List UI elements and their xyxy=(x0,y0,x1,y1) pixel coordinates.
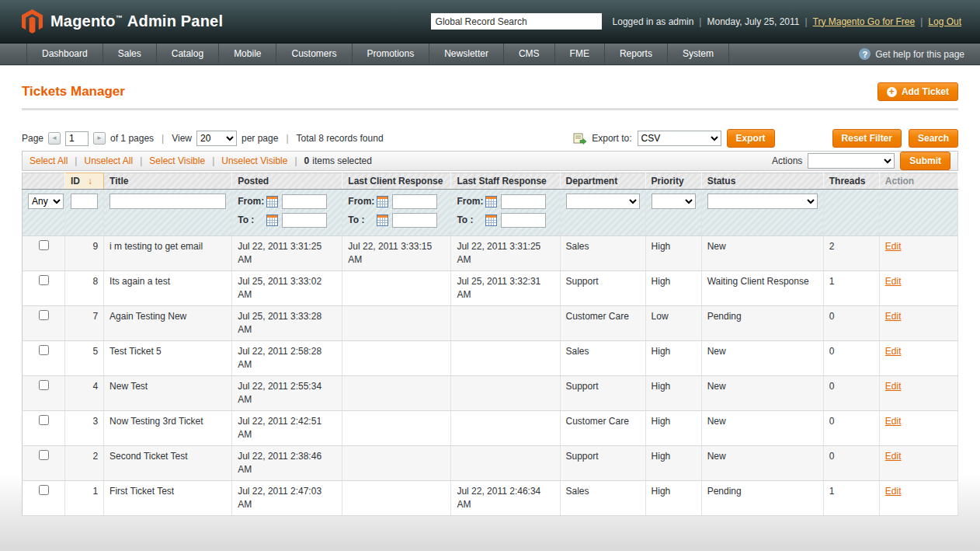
unselect-visible-link[interactable]: Unselect Visible xyxy=(221,155,287,166)
select-visible-link[interactable]: Select Visible xyxy=(149,155,205,166)
export-format-select[interactable]: CSV xyxy=(638,131,721,146)
nav-item-dashboard[interactable]: Dashboard xyxy=(26,44,103,65)
filter-status-select[interactable] xyxy=(707,194,818,209)
column-header-action: Action xyxy=(879,173,957,190)
edit-link[interactable]: Edit xyxy=(885,416,902,427)
cell-id: 4 xyxy=(65,376,104,411)
edit-link[interactable]: Edit xyxy=(885,311,902,322)
nav-item-reports[interactable]: Reports xyxy=(605,44,668,65)
filter-id-input[interactable] xyxy=(71,194,98,209)
total-pages-text: of 1 pages xyxy=(110,133,154,144)
column-header-last-staff-response[interactable]: Last Staff Response xyxy=(451,173,560,190)
column-header-checkbox xyxy=(23,173,65,190)
nav-item-customers[interactable]: Customers xyxy=(276,44,352,65)
cell-last-client: Jul 22, 2011 3:33:15 AM xyxy=(342,236,451,271)
nav-item-newsletter[interactable]: Newsletter xyxy=(429,44,504,65)
cell-posted: Jul 22, 2011 2:55:34 AM xyxy=(232,376,342,411)
cell-id: 7 xyxy=(65,306,104,341)
add-ticket-button[interactable]: + Add Ticket xyxy=(877,82,958,101)
filter-department-select[interactable] xyxy=(566,194,640,209)
cell-last-staff xyxy=(451,446,560,481)
column-header-last-client-response[interactable]: Last Client Response xyxy=(342,173,451,190)
column-header-threads[interactable]: Threads xyxy=(823,173,879,190)
filter-priority-select[interactable] xyxy=(652,194,696,209)
calendar-icon[interactable] xyxy=(377,214,388,226)
cell-action: Edit xyxy=(879,341,957,376)
column-header-status[interactable]: Status xyxy=(701,173,823,190)
page-number-input[interactable] xyxy=(65,131,89,146)
column-header-department[interactable]: Department xyxy=(560,173,645,190)
edit-link[interactable]: Edit xyxy=(885,346,902,357)
nav-item-mobile[interactable]: Mobile xyxy=(219,44,276,65)
column-header-posted[interactable]: Posted xyxy=(232,173,342,190)
filter-buttons: Reset Filter Search xyxy=(832,129,958,148)
cell-status: New xyxy=(701,446,823,481)
row-checkbox[interactable] xyxy=(39,380,49,390)
tickets-table: ID↓TitlePostedLast Client ResponseLast S… xyxy=(22,173,958,516)
search-button[interactable]: Search xyxy=(909,129,958,148)
edit-link[interactable]: Edit xyxy=(885,451,902,462)
edit-link[interactable]: Edit xyxy=(885,241,902,252)
column-header-id[interactable]: ID↓ xyxy=(65,173,104,190)
filter-lastclient-to-input[interactable] xyxy=(392,213,437,228)
nav-item-fme[interactable]: FME xyxy=(555,44,605,65)
nav-item-system[interactable]: System xyxy=(668,44,729,65)
filter-laststaff-from-input[interactable] xyxy=(501,194,546,209)
next-page-button[interactable]: ► xyxy=(93,132,106,145)
export-button[interactable]: Export xyxy=(727,129,775,148)
actions-select[interactable] xyxy=(808,153,895,169)
sort-desc-arrow-icon: ↓ xyxy=(88,176,92,187)
calendar-icon[interactable] xyxy=(266,196,278,207)
filter-any-select[interactable]: Any xyxy=(28,194,64,209)
edit-link[interactable]: Edit xyxy=(885,276,902,287)
nav-item-sales[interactable]: Sales xyxy=(103,44,157,65)
edit-link[interactable]: Edit xyxy=(885,381,902,392)
reset-filter-button[interactable]: Reset Filter xyxy=(832,129,902,148)
filter-posted-to-input[interactable] xyxy=(282,213,327,228)
calendar-icon[interactable] xyxy=(266,214,278,226)
row-checkbox[interactable] xyxy=(39,485,49,495)
try-magento-go-link[interactable]: Try Magento Go for Free xyxy=(813,16,916,27)
main-nav: DashboardSalesCatalogMobileCustomersProm… xyxy=(0,44,980,65)
select-all-link[interactable]: Select All xyxy=(30,155,68,166)
filter-posted-from-input[interactable] xyxy=(282,194,327,209)
filter-title-input[interactable] xyxy=(109,194,226,209)
logout-link[interactable]: Log Out xyxy=(928,16,961,27)
table-row: 5Test Ticket 5Jul 22, 2011 2:58:28 AMSal… xyxy=(23,341,958,376)
cell-status: Pending xyxy=(701,481,823,516)
get-help-link[interactable]: ? Get help for this page xyxy=(859,44,964,65)
per-page-select[interactable]: 20 xyxy=(196,131,237,146)
row-checkbox[interactable] xyxy=(39,345,49,355)
row-checkbox[interactable] xyxy=(39,310,49,320)
submit-button[interactable]: Submit xyxy=(900,152,950,170)
calendar-icon[interactable] xyxy=(485,196,497,207)
prev-page-button[interactable]: ◄ xyxy=(48,132,61,145)
actions-label: Actions xyxy=(772,155,802,166)
filter-lastclient-from-input[interactable] xyxy=(392,194,437,209)
nav-item-catalog[interactable]: Catalog xyxy=(157,44,219,65)
cell-priority: High xyxy=(645,481,701,516)
calendar-icon[interactable] xyxy=(485,214,497,226)
cell-status: New xyxy=(701,236,823,271)
row-checkbox[interactable] xyxy=(39,415,49,425)
column-header-priority[interactable]: Priority xyxy=(645,173,701,190)
row-checkbox[interactable] xyxy=(39,240,49,250)
cell-action: Edit xyxy=(879,411,957,446)
cell-threads: 0 xyxy=(823,411,879,446)
export-to-label: Export to: xyxy=(592,133,631,144)
edit-link[interactable]: Edit xyxy=(885,486,902,497)
unselect-all-link[interactable]: Unselect All xyxy=(84,155,133,166)
nav-item-cms[interactable]: CMS xyxy=(504,44,555,65)
cell-posted: Jul 22, 2011 3:31:25 AM xyxy=(232,236,342,271)
row-checkbox[interactable] xyxy=(39,275,49,285)
cell-title: Its again a test xyxy=(104,271,232,306)
cell-department: Customer Care xyxy=(560,306,645,341)
cell-department: Sales xyxy=(560,236,645,271)
row-checkbox[interactable] xyxy=(39,450,49,460)
filter-laststaff-to-input[interactable] xyxy=(501,213,546,228)
cell-title: Now Testing 3rd Ticket xyxy=(104,411,232,446)
column-header-title[interactable]: Title xyxy=(104,173,232,190)
calendar-icon[interactable] xyxy=(377,196,388,207)
nav-item-promotions[interactable]: Promotions xyxy=(353,44,430,65)
global-search-input[interactable] xyxy=(431,13,602,30)
